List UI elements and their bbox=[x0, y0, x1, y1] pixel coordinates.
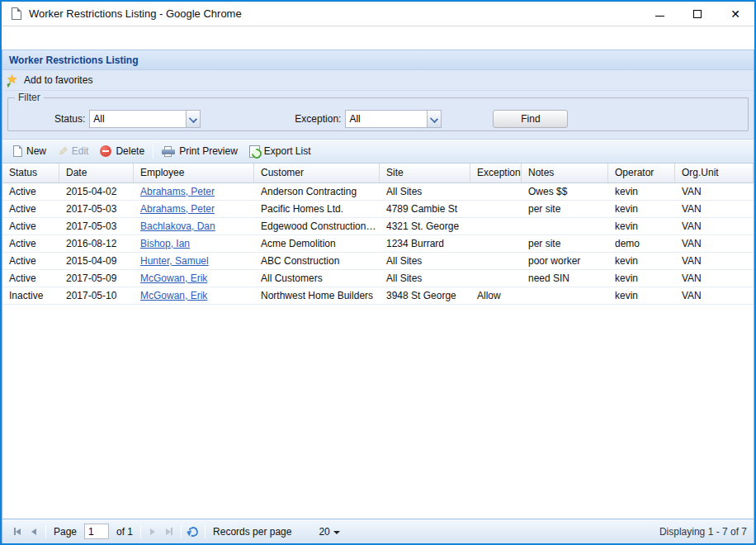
table-cell-status: Active bbox=[2, 201, 59, 217]
table-cell-customer: All Customers bbox=[254, 270, 380, 287]
table-body: Active2015-04-02Abrahams, PeterAnderson … bbox=[2, 183, 754, 519]
table-cell-operator: kevin bbox=[608, 183, 675, 200]
column-header-employee[interactable]: Employee bbox=[134, 164, 254, 182]
table-row[interactable]: Active2015-04-09Hunter, SamuelABC Constr… bbox=[2, 253, 754, 270]
table-cell-customer: Pacific Homes Ltd. bbox=[254, 201, 380, 217]
records-per-page-label: Records per page bbox=[213, 526, 291, 538]
table-cell-notes bbox=[522, 287, 608, 304]
employee-link[interactable]: McGowan, Erik bbox=[140, 272, 207, 284]
table-cell-org-unit: VAN bbox=[675, 235, 754, 252]
table-cell-employee: McGowan, Erik bbox=[134, 270, 254, 287]
table-cell-org-unit: VAN bbox=[675, 287, 754, 304]
table-cell-org-unit: VAN bbox=[675, 183, 754, 200]
table-cell-operator: demo bbox=[608, 235, 675, 252]
table-cell-exception bbox=[470, 218, 522, 235]
table-row[interactable]: Active2017-05-03Bachlakova, DanEdgewood … bbox=[2, 218, 754, 235]
column-header-customer[interactable]: Customer bbox=[254, 164, 380, 182]
previous-page-button[interactable] bbox=[26, 524, 42, 540]
paging-toolbar: Page of 1 Records per page 20 Displaying… bbox=[2, 519, 754, 543]
table-cell-org-unit: VAN bbox=[675, 270, 754, 287]
table-cell-exception bbox=[470, 235, 522, 252]
next-page-button[interactable] bbox=[144, 524, 161, 540]
table-cell-site: All Sites bbox=[380, 183, 470, 200]
exception-dropdown-value: All bbox=[346, 111, 427, 127]
column-header-site[interactable]: Site bbox=[380, 164, 470, 182]
refresh-button[interactable] bbox=[185, 524, 201, 540]
table-row[interactable]: Active2017-05-03Abrahams, PeterPacific H… bbox=[2, 201, 754, 218]
table-cell-exception bbox=[470, 253, 522, 269]
status-label: Status: bbox=[54, 113, 85, 125]
chevron-down-icon[interactable] bbox=[427, 111, 441, 127]
page-icon bbox=[12, 7, 21, 20]
table-cell-site: 4789 Cambie St bbox=[380, 201, 470, 217]
table-row[interactable]: Active2015-04-02Abrahams, PeterAnderson … bbox=[2, 183, 754, 201]
column-header-status[interactable]: Status bbox=[2, 164, 59, 182]
table-row[interactable]: Active2016-08-12Bishop, IanAcme Demoliti… bbox=[2, 235, 754, 253]
column-header-exception[interactable]: Exception bbox=[470, 164, 522, 182]
table-row[interactable]: Active2017-05-09McGowan, ErikAll Custome… bbox=[2, 270, 754, 287]
filter-area: Filter Status: All Exception: All Find bbox=[2, 91, 754, 139]
last-page-button[interactable] bbox=[161, 524, 177, 540]
titlebar: Worker Restrictions Listing - Google Chr… bbox=[2, 2, 754, 26]
browser-popup-window: Worker Restrictions Listing - Google Chr… bbox=[0, 0, 756, 545]
print-preview-button[interactable]: Print Preview bbox=[156, 143, 243, 159]
new-button[interactable]: New bbox=[7, 143, 52, 159]
status-dropdown[interactable]: All bbox=[89, 110, 201, 128]
chevron-down-icon[interactable] bbox=[186, 111, 200, 127]
column-header-operator[interactable]: Operator bbox=[608, 164, 675, 182]
employee-link[interactable]: McGowan, Erik bbox=[140, 290, 207, 301]
page-number-input[interactable] bbox=[84, 524, 109, 539]
employee-link[interactable]: Bishop, Ian bbox=[140, 238, 190, 249]
table-cell-date: 2016-08-12 bbox=[59, 235, 134, 252]
panel-header: Worker Restrictions Listing bbox=[2, 50, 754, 70]
table-cell-date: 2017-05-03 bbox=[59, 201, 134, 217]
table-cell-operator: kevin bbox=[608, 253, 675, 269]
worker-restrictions-grid: Status Date Employee Customer Site Excep… bbox=[2, 164, 754, 519]
maximize-button[interactable] bbox=[678, 2, 716, 26]
column-header-org-unit[interactable]: Org.Unit bbox=[675, 164, 754, 182]
table-cell-exception: Allow bbox=[470, 287, 522, 304]
page-top-strip bbox=[2, 26, 754, 50]
export-list-button[interactable]: Export List bbox=[243, 143, 317, 160]
table-row[interactable]: Inactive2017-05-10McGowan, ErikNorthwest… bbox=[2, 287, 754, 305]
filter-row: Status: All Exception: All Find bbox=[8, 110, 748, 128]
add-to-favorites-link[interactable]: Add to favorites bbox=[24, 74, 92, 86]
table-header: Status Date Employee Customer Site Excep… bbox=[2, 164, 754, 183]
printer-icon bbox=[162, 146, 175, 157]
column-header-date[interactable]: Date bbox=[59, 164, 134, 182]
delete-button[interactable]: Delete bbox=[94, 143, 150, 159]
pencil-icon: ✎ bbox=[58, 146, 68, 156]
edit-button[interactable]: ✎ Edit bbox=[52, 143, 94, 159]
employee-link[interactable]: Abrahams, Peter bbox=[140, 203, 215, 215]
table-cell-employee: McGowan, Erik bbox=[134, 287, 254, 304]
employee-link[interactable]: Hunter, Samuel bbox=[140, 255, 209, 267]
table-cell-status: Active bbox=[2, 235, 59, 252]
table-cell-operator: kevin bbox=[608, 218, 675, 235]
pager-separator bbox=[45, 525, 46, 538]
table-cell-operator: kevin bbox=[608, 270, 675, 287]
table-cell-customer: Anderson Contracting bbox=[254, 183, 380, 200]
close-button[interactable]: ✕ bbox=[716, 2, 754, 26]
pager-separator bbox=[181, 525, 182, 538]
page-of-label: of 1 bbox=[116, 526, 133, 538]
exception-dropdown[interactable]: All bbox=[345, 110, 442, 128]
minimize-button[interactable] bbox=[640, 2, 678, 26]
first-page-button[interactable] bbox=[9, 524, 26, 540]
table-cell-status: Active bbox=[2, 218, 59, 235]
employee-link[interactable]: Abrahams, Peter bbox=[140, 186, 215, 197]
column-header-notes[interactable]: Notes bbox=[522, 164, 608, 182]
table-cell-date: 2017-05-10 bbox=[59, 287, 134, 304]
records-per-page-dropdown[interactable]: 20 bbox=[319, 526, 339, 538]
minimize-icon bbox=[655, 16, 664, 17]
table-cell-employee: Bishop, Ian bbox=[134, 235, 254, 252]
table-cell-date: 2017-05-09 bbox=[59, 270, 134, 287]
maximize-icon bbox=[693, 10, 702, 18]
table-cell-employee: Abrahams, Peter bbox=[134, 201, 254, 217]
table-cell-operator: kevin bbox=[608, 201, 675, 217]
favorites-star-icon: ★ bbox=[7, 73, 21, 88]
table-cell-customer: Edgewood Construction M... bbox=[254, 218, 380, 235]
table-cell-notes: per site bbox=[522, 235, 608, 252]
find-button[interactable]: Find bbox=[493, 110, 568, 128]
employee-link[interactable]: Bachlakova, Dan bbox=[140, 220, 215, 232]
table-cell-exception bbox=[470, 201, 522, 217]
